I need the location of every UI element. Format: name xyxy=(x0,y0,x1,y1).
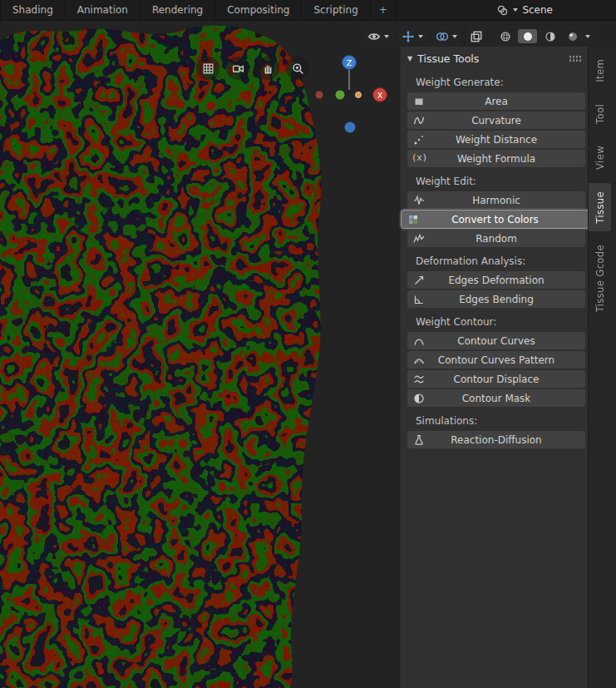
navigation-gizmo[interactable]: X Z xyxy=(308,53,391,139)
grid-toggle-button[interactable] xyxy=(196,57,219,80)
section-simulations: Simulations: Reaction-Diffusion xyxy=(401,407,589,448)
section-label: Weight Generate: xyxy=(401,68,589,92)
sidebar-panel: ▼ Tissue Tools Weight Generate: Area Cur… xyxy=(400,47,589,688)
pan-view-button[interactable] xyxy=(256,57,279,80)
section-weight-generate: Weight Generate: Area Curvature Weight D… xyxy=(401,68,589,167)
random-icon xyxy=(413,233,425,245)
convert-to-colors-icon xyxy=(407,214,419,225)
section-weight-edit: Weight Edit: Harmonic Convert to Colors … xyxy=(401,167,589,247)
3d-viewport[interactable]: X Z ▼ Tissue Tools Weight Generate: Area xyxy=(0,20,616,688)
panel-header-tissue-tools[interactable]: ▼ Tissue Tools xyxy=(401,47,589,68)
sidebar-tab-tissue[interactable]: Tissue xyxy=(589,183,611,232)
sidebar-tab-item[interactable]: Item xyxy=(589,51,611,91)
edges-deformation-icon xyxy=(413,275,425,286)
tool-button-reaction-diffusion[interactable]: Reaction-Diffusion xyxy=(407,431,585,448)
magnifier-icon xyxy=(292,62,304,75)
axis-x-negative-handle[interactable] xyxy=(316,92,323,99)
wireframe-sphere-icon xyxy=(500,31,511,42)
tool-button-label: Contour Curves Pattern xyxy=(438,354,554,366)
tool-button-curvature[interactable]: Curvature xyxy=(407,111,585,129)
overlays-dropdown[interactable] xyxy=(432,26,461,47)
sidebar-tab-tissue-gcode[interactable]: Tissue Gcode xyxy=(589,236,611,320)
edges-bending-icon xyxy=(413,294,425,305)
tool-button-contour-displace[interactable]: Contour Displace xyxy=(407,370,585,388)
axis-z-negative-handle[interactable] xyxy=(345,122,356,133)
workspace-tab-shading[interactable]: Shading xyxy=(0,0,66,20)
shading-mode-group xyxy=(492,26,594,47)
scene-selector[interactable]: Scene xyxy=(496,4,553,17)
camera-icon xyxy=(232,62,244,75)
tool-button-edges-bending[interactable]: Edges Bending xyxy=(407,290,585,308)
sidebar-tab-view[interactable]: View xyxy=(589,137,611,178)
workspace-tabs: Shading Animation Rendering Compositing … xyxy=(0,0,397,20)
overlays-icon xyxy=(436,30,449,43)
shading-rendered-button[interactable] xyxy=(563,29,582,43)
tool-button-label: Edges Bending xyxy=(459,294,534,305)
chevron-down-icon xyxy=(384,35,389,38)
section-label: Weight Edit: xyxy=(401,167,589,191)
section-deformation-analysis: Deformation Analysis: Edges Deformation … xyxy=(401,247,589,308)
sidebar-tab-label: Tissue Gcode xyxy=(594,245,606,312)
viewport-corner-tools xyxy=(196,57,309,80)
workspace-tab-animation[interactable]: Animation xyxy=(66,0,140,20)
button-column: Reaction-Diffusion xyxy=(401,431,589,448)
rendered-sphere-icon xyxy=(567,31,579,42)
tool-button-label: Harmonic xyxy=(472,195,520,206)
tool-button-contour-curves-pattern[interactable]: Contour Curves Pattern xyxy=(407,351,585,369)
tool-button-contour-mask[interactable]: Contour Mask xyxy=(407,389,585,407)
tool-button-convert-to-colors[interactable]: Convert to Colors xyxy=(402,210,589,228)
tool-button-label: Random xyxy=(476,233,517,245)
sidebar-tab-label: Tissue xyxy=(594,191,606,224)
tool-button-label: Curvature xyxy=(471,115,521,126)
axis-y-handle[interactable] xyxy=(336,91,345,100)
add-workspace-button[interactable]: + xyxy=(371,0,397,20)
tool-button-label: Contour Curves xyxy=(457,335,535,347)
section-label: Simulations: xyxy=(401,407,589,431)
workspace-tab-rendering[interactable]: Rendering xyxy=(140,0,215,20)
contour-curves-pattern-icon xyxy=(413,354,425,366)
harmonic-icon xyxy=(413,195,425,206)
shading-solid-button[interactable] xyxy=(518,29,537,43)
chevron-down-icon xyxy=(513,8,518,12)
reaction-diffusion-icon xyxy=(413,434,425,446)
zoom-view-button[interactable] xyxy=(286,57,309,80)
tool-button-random[interactable]: Random xyxy=(407,230,585,247)
sidebar-tab-label: View xyxy=(594,146,606,170)
tool-button-area[interactable]: Area xyxy=(407,92,585,110)
workspace-tab-compositing[interactable]: Compositing xyxy=(215,0,302,20)
tool-button-label: Contour Mask xyxy=(462,393,531,404)
button-column: Contour Curves Contour Curves Pattern Co… xyxy=(401,332,589,407)
section-weight-contour: Weight Contour: Contour Curves Contour C… xyxy=(401,308,589,407)
section-label: Deformation Analysis: xyxy=(401,247,589,271)
shading-wireframe-button[interactable] xyxy=(495,29,515,43)
tool-button-label: Convert to Colors xyxy=(451,214,539,225)
contour-curves-icon xyxy=(413,335,425,347)
chevron-down-icon xyxy=(418,35,423,38)
tool-button-weight-formula[interactable]: (x) Weight Formula xyxy=(407,150,585,167)
button-column: Area Curvature Weight Distance (x) Weigh… xyxy=(401,92,589,167)
shading-material-button[interactable] xyxy=(540,29,559,43)
tool-button-label: Contour Displace xyxy=(454,374,540,385)
solid-sphere-icon xyxy=(522,31,534,42)
workspace-tab-scripting[interactable]: Scripting xyxy=(302,0,370,20)
viewport-header xyxy=(364,26,594,47)
camera-view-button[interactable] xyxy=(226,57,249,80)
chevron-down-icon xyxy=(452,35,457,38)
tool-button-label: Weight Formula xyxy=(457,153,535,165)
visibility-dropdown[interactable] xyxy=(364,26,392,47)
scene-name: Scene xyxy=(522,4,553,16)
xray-toggle[interactable] xyxy=(466,26,486,47)
tool-button-harmonic[interactable]: Harmonic xyxy=(407,191,585,209)
contour-displace-icon xyxy=(413,374,425,385)
sidebar-tab-tool[interactable]: Tool xyxy=(589,96,611,132)
tool-button-label: Area xyxy=(485,96,508,107)
tool-button-contour-curves[interactable]: Contour Curves xyxy=(407,332,585,349)
scene-icon xyxy=(496,4,509,17)
panel-drag-handle-icon[interactable] xyxy=(569,55,582,62)
curvature-icon xyxy=(413,115,425,126)
gizmos-dropdown[interactable] xyxy=(398,26,426,47)
weight-distance-icon xyxy=(413,134,425,146)
tool-button-edges-deformation[interactable]: Edges Deformation xyxy=(407,271,585,289)
sidebar-tab-label: Tool xyxy=(594,104,606,124)
tool-button-weight-distance[interactable]: Weight Distance xyxy=(407,131,585,148)
